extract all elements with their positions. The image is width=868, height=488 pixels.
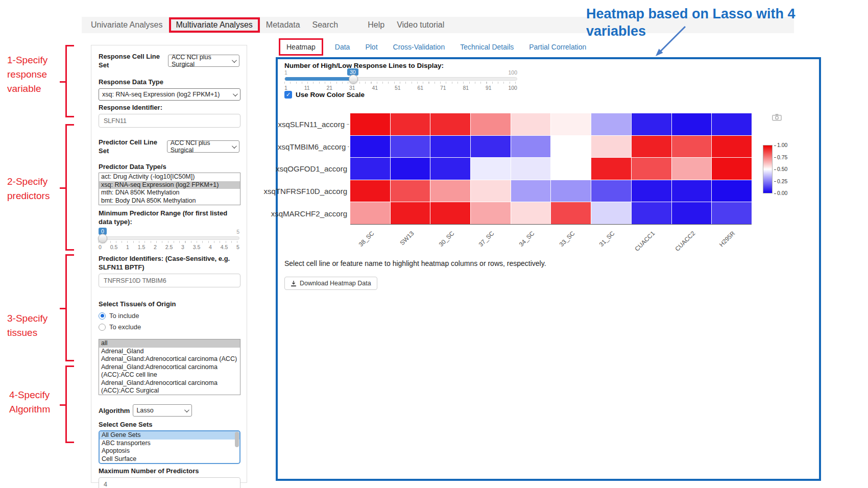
heatmap-cell-xsqtnfrsf10d-accorg-38-sc[interactable] <box>350 180 390 202</box>
heatmap-cell-xsqtnfrsf10d-accorg-31-sc[interactable] <box>591 180 631 202</box>
nav-item-metadata[interactable]: Metadata <box>260 18 306 32</box>
heatmap-cell-xsqtnfrsf10d-accorg-cuacc1[interactable] <box>632 180 671 202</box>
download-heatmap-data-button[interactable]: Download Heatmap Data <box>284 277 377 290</box>
heatmap-row-label-xsqslfn11-accorg[interactable]: xsqSLFN11_accorg <box>278 113 349 136</box>
heatmap-cell-xsqogfod1-accorg-30-sc[interactable] <box>430 158 470 180</box>
heatmap-cell-xsqmarchf2-accorg-33-sc[interactable] <box>551 202 591 224</box>
heatmap-column-label-33-sc[interactable]: 33_SC <box>558 230 576 248</box>
option-adrenal-gland-adrenocortical-carcinoma-acc-acc-cell-line[interactable]: Adrenal_Gland:Adrenocortical carcinoma (… <box>99 363 240 379</box>
heatmap-cell-xsqogfod1-accorg-31-sc[interactable] <box>591 158 631 180</box>
heatmap-cell-xsqslfn11-accorg-34-sc[interactable] <box>511 113 551 135</box>
predictor-cell-line-set-select[interactable]: ACC NCI plus Surgical <box>167 140 239 153</box>
heatmap-cell-xsqmarchf2-accorg-31-sc[interactable] <box>591 202 631 224</box>
tab-heatmap[interactable]: Heatmap <box>279 38 323 56</box>
camera-icon[interactable] <box>772 113 782 121</box>
heatmap-cell-xsqslfn11-accorg-cuacc1[interactable] <box>632 113 671 135</box>
heatmap-cell-xsqslfn11-accorg-33-sc[interactable] <box>551 113 591 135</box>
heatmap-cell-xsqmarchf2-accorg-sw13[interactable] <box>391 202 430 224</box>
heatmap-cell-xsqslfn11-accorg-h295r[interactable] <box>712 113 752 135</box>
tissue-listbox[interactable]: allAdrenal_GlandAdrenal_Gland:Adrenocort… <box>99 339 240 395</box>
option-adrenal-gland-adrenocortical-carcinoma-acc-acc-surgical[interactable]: Adrenal_Gland:Adrenocortical carcinoma (… <box>99 379 240 395</box>
heatmap-cell-xsqtmbim6-accorg-sw13[interactable] <box>391 136 430 158</box>
heatmap-cell-xsqmarchf2-accorg-cuacc1[interactable] <box>632 202 671 224</box>
heatmap-cell-xsqmarchf2-accorg-cuacc2[interactable] <box>672 202 712 224</box>
predictor-identifiers-input[interactable] <box>99 274 240 287</box>
heatmap-column-label-30-sc[interactable]: 30_SC <box>438 230 456 248</box>
nav-item-video-tutorial[interactable]: Video tutorial <box>391 18 450 32</box>
heatmap-cell-xsqtnfrsf10d-accorg-30-sc[interactable] <box>430 180 470 202</box>
heatmap-column-label-cuacc2[interactable]: CUACC2 <box>673 230 696 253</box>
heatmap-column-label-38-sc[interactable]: 38_SC <box>357 230 375 248</box>
nav-item-multivariate-analyses[interactable]: Multivariate Analyses <box>169 17 260 33</box>
heatmap-cell-xsqtnfrsf10d-accorg-cuacc2[interactable] <box>672 180 712 202</box>
heatmap-cell-xsqslfn11-accorg-sw13[interactable] <box>391 113 430 135</box>
heatmap-row-label-xsqtmbim6-accorg[interactable]: xsqTMBIM6_accorg <box>278 136 349 158</box>
slider-handle[interactable] <box>349 75 358 84</box>
tab-data[interactable]: Data <box>327 40 358 54</box>
heatmap-cell-xsqmarchf2-accorg-34-sc[interactable] <box>511 202 551 224</box>
algorithm-select[interactable]: Lasso <box>133 404 192 417</box>
heatmap-cell-xsqmarchf2-accorg-37-sc[interactable] <box>471 202 511 224</box>
option-abc-transporters[interactable]: ABC transporters <box>100 440 239 448</box>
heatmap-cell-xsqogfod1-accorg-33-sc[interactable] <box>551 158 591 180</box>
option-all[interactable]: all <box>99 339 240 348</box>
slider-track[interactable] <box>99 236 239 240</box>
slider-handle[interactable] <box>98 234 107 243</box>
option-xsq-rna-seq-expression-log2-fpkm-1[interactable]: xsq: RNA-seq Expression (log2 FPKM+1) <box>99 181 240 189</box>
option-act-drug-activity-log10-ic50m[interactable]: act: Drug Activity (-log10[IC50M]) <box>99 173 240 181</box>
heatmap-cell-xsqslfn11-accorg-cuacc2[interactable] <box>672 113 712 135</box>
heatmap-cell-xsqtnfrsf10d-accorg-37-sc[interactable] <box>471 180 511 202</box>
heatmap-cell-xsqtmbim6-accorg-34-sc[interactable] <box>511 136 551 158</box>
heatmap-cell-xsqmarchf2-accorg-h295r[interactable] <box>712 202 752 224</box>
heatmap-cell-xsqmarchf2-accorg-38-sc[interactable] <box>350 202 390 224</box>
response-cell-line-set-select[interactable]: ACC NCI plus Surgical <box>168 55 239 67</box>
tissue-include-radio[interactable]: To include <box>99 312 239 320</box>
option-adrenal-gland[interactable]: Adrenal_Gland <box>99 348 240 356</box>
heatmap-cell-xsqslfn11-accorg-30-sc[interactable] <box>430 113 470 135</box>
heatmap-cell-xsqtmbim6-accorg-37-sc[interactable] <box>471 136 511 158</box>
heatmap-column-label-31-sc[interactable]: 31_SC <box>598 230 616 248</box>
nav-item-univariate-analyses[interactable]: Univariate Analyses <box>85 18 169 32</box>
response-data-type-select[interactable]: xsq: RNA-seq Expression (log2 FPKM+1) <box>99 88 240 101</box>
tab-plot[interactable]: Plot <box>357 40 385 54</box>
heatmap-cell-xsqogfod1-accorg-cuacc1[interactable] <box>632 158 671 180</box>
heatmap-cell-xsqtmbim6-accorg-cuacc2[interactable] <box>672 136 712 158</box>
option-cell-surface[interactable]: Cell Surface <box>100 455 239 463</box>
slider-track[interactable] <box>284 77 517 81</box>
min-predictor-range-slider[interactable]: 0 5 00.511.522.533.544.55 <box>99 228 239 250</box>
heatmap-row-label-xsqmarchf2-accorg[interactable]: xsqMARCHF2_accorg <box>278 202 349 225</box>
heatmap-column-label-sw13[interactable]: SW13 <box>399 230 416 247</box>
option-apoptosis[interactable]: Apoptosis <box>100 447 239 455</box>
tab-cross-validation[interactable]: Cross-Validation <box>385 40 453 54</box>
heatmap-row-label-xsqogfod1-accorg[interactable]: xsqOGFOD1_accorg <box>278 158 349 180</box>
option-all-gene-sets[interactable]: All Gene Sets <box>100 431 239 440</box>
heatmap-cell-xsqtmbim6-accorg-38-sc[interactable] <box>350 136 390 158</box>
heatmap-cell-xsqmarchf2-accorg-30-sc[interactable] <box>430 202 470 224</box>
heatmap-cell-xsqogfod1-accorg-38-sc[interactable] <box>350 158 390 180</box>
heatmap-column-label-37-sc[interactable]: 37_SC <box>477 230 496 248</box>
response-identifier-input[interactable] <box>99 114 240 128</box>
heatmap-column-label-34-sc[interactable]: 34_SC <box>518 230 536 248</box>
nav-item-search[interactable]: Search <box>306 18 345 32</box>
heatmap-cell-xsqtmbim6-accorg-30-sc[interactable] <box>430 136 470 158</box>
tissue-exclude-radio[interactable]: To exclude <box>99 323 239 331</box>
heatmap-cell-xsqslfn11-accorg-38-sc[interactable] <box>350 113 390 135</box>
max-predictors-input[interactable] <box>99 477 240 488</box>
heatmap-cell-xsqtmbim6-accorg-33-sc[interactable] <box>551 136 591 158</box>
nav-item-help[interactable]: Help <box>361 18 391 32</box>
heatmap-cell-xsqtmbim6-accorg-31-sc[interactable] <box>591 136 631 158</box>
option-bmt-body-dna-850k-methylation[interactable]: bmt: Body DNA 850K Methylation <box>99 197 240 205</box>
heatmap-cell-xsqtnfrsf10d-accorg-33-sc[interactable] <box>551 180 591 202</box>
tab-technical-details[interactable]: Technical Details <box>452 40 521 54</box>
heatmap-cell-xsqtmbim6-accorg-h295r[interactable] <box>712 136 752 158</box>
heatmap-column-label-h295r[interactable]: H295R <box>718 230 736 248</box>
heatmap-cell-xsqslfn11-accorg-31-sc[interactable] <box>591 113 631 135</box>
use-row-color-scale-checkbox[interactable]: ✓ Use Row Color Scale <box>284 91 365 99</box>
option-adrenal-gland-adrenocortical-carcinoma-acc[interactable]: Adrenal_Gland:Adrenocortical carcinoma (… <box>99 355 240 363</box>
heatmap-cell-xsqogfod1-accorg-cuacc2[interactable] <box>672 158 712 180</box>
heatmap-column-label-cuacc1[interactable]: CUACC1 <box>634 230 657 253</box>
predictor-data-types-listbox[interactable]: act: Drug Activity (-log10[IC50M])xsq: R… <box>99 173 240 205</box>
heatmap-cell-xsqslfn11-accorg-37-sc[interactable] <box>471 113 511 135</box>
scrollbar-thumb[interactable] <box>235 432 239 447</box>
gene-sets-listbox[interactable]: All Gene SetsABC transportersApoptosisCe… <box>99 430 240 464</box>
